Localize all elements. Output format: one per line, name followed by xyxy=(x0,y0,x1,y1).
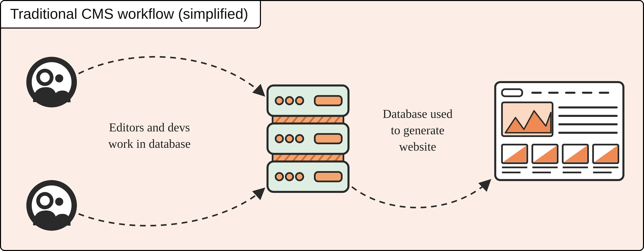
svg-line-25 xyxy=(316,153,325,163)
svg-point-7 xyxy=(38,194,52,207)
svg-rect-38 xyxy=(315,134,342,143)
svg-rect-33 xyxy=(315,96,342,105)
svg-point-30 xyxy=(276,97,283,104)
svg-line-13 xyxy=(300,114,308,124)
svg-line-10 xyxy=(274,114,283,124)
svg-rect-64 xyxy=(563,145,588,163)
annotation-left: Editors and devs work in database xyxy=(89,119,210,152)
svg-point-2 xyxy=(38,71,52,84)
svg-rect-29 xyxy=(268,86,348,116)
svg-rect-39 xyxy=(268,161,348,192)
svg-point-3 xyxy=(55,74,63,82)
svg-line-11 xyxy=(283,114,291,124)
svg-rect-43 xyxy=(315,172,342,181)
svg-rect-57 xyxy=(502,145,527,163)
annotation-right: Database used to generate website xyxy=(364,106,472,155)
svg-point-6 xyxy=(32,185,72,225)
svg-point-0 xyxy=(26,57,77,107)
svg-line-12 xyxy=(291,114,300,124)
svg-point-40 xyxy=(276,173,283,180)
diagram-title: Traditional CMS workflow (simplified) xyxy=(0,0,261,29)
svg-line-14 xyxy=(308,114,316,124)
svg-rect-18 xyxy=(272,114,344,124)
svg-rect-28 xyxy=(272,153,344,163)
svg-point-37 xyxy=(296,135,303,142)
svg-line-26 xyxy=(325,153,333,163)
svg-rect-44 xyxy=(495,82,624,180)
svg-line-27 xyxy=(333,153,342,163)
arrow-editors-top-to-db xyxy=(78,57,264,96)
svg-rect-45 xyxy=(502,89,522,96)
svg-rect-9 xyxy=(272,114,344,124)
svg-line-20 xyxy=(274,153,283,163)
svg-rect-68 xyxy=(593,145,618,163)
svg-rect-69 xyxy=(593,145,618,163)
svg-point-42 xyxy=(296,173,303,180)
svg-point-36 xyxy=(286,135,293,142)
svg-rect-19 xyxy=(272,153,344,163)
svg-point-31 xyxy=(286,97,293,104)
svg-line-17 xyxy=(333,114,342,124)
svg-point-4 xyxy=(26,57,77,107)
svg-line-24 xyxy=(308,153,316,163)
svg-rect-61 xyxy=(532,145,558,163)
svg-rect-34 xyxy=(268,123,348,154)
svg-rect-65 xyxy=(563,145,588,163)
svg-rect-56 xyxy=(502,145,527,163)
diagram-canvas: Traditional CMS workflow (simplified) xyxy=(0,0,644,251)
svg-rect-51 xyxy=(502,102,552,136)
svg-point-35 xyxy=(276,135,283,142)
svg-line-21 xyxy=(283,153,291,163)
svg-point-41 xyxy=(286,173,293,180)
svg-point-1 xyxy=(32,62,72,102)
svg-rect-60 xyxy=(532,145,558,163)
arrow-editors-bottom-to-db xyxy=(78,188,264,226)
svg-line-16 xyxy=(325,114,333,124)
svg-line-23 xyxy=(300,153,308,163)
arrow-db-to-website xyxy=(352,180,490,208)
svg-line-22 xyxy=(291,153,300,163)
svg-line-15 xyxy=(316,114,325,124)
svg-point-5 xyxy=(26,180,77,231)
svg-point-32 xyxy=(296,97,303,104)
svg-point-8 xyxy=(55,198,63,206)
